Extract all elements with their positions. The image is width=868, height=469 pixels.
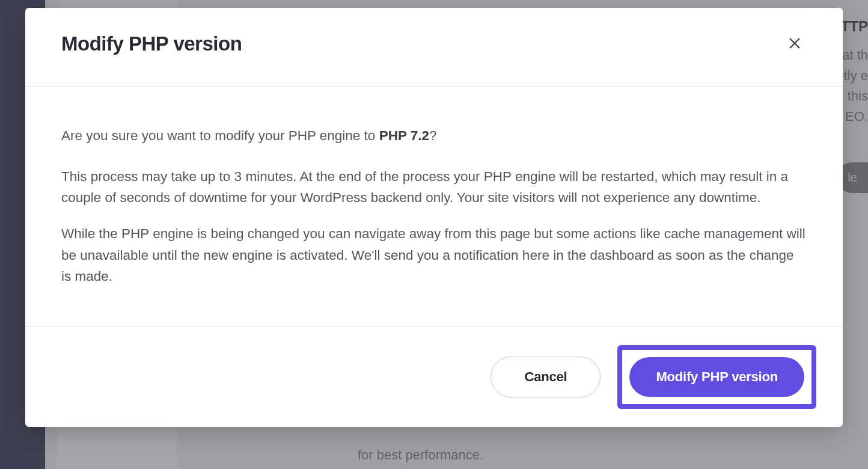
cancel-button[interactable]: Cancel [491, 357, 601, 397]
modal-paragraph-1: This process may take up to 3 minutes. A… [61, 166, 807, 209]
close-icon [788, 37, 801, 52]
confirm-question: Are you sure you want to modify your PHP… [61, 126, 807, 147]
modal-footer: Cancel Modify PHP version [25, 327, 843, 427]
modal-overlay: Modify PHP version Are you sure you want… [0, 0, 868, 469]
confirm-button-highlight: Modify PHP version [617, 345, 816, 409]
modal-title: Modify PHP version [61, 32, 242, 55]
modify-php-version-button[interactable]: Modify PHP version [629, 357, 804, 397]
close-button[interactable] [783, 32, 807, 56]
php-version: PHP 7.2 [379, 128, 429, 143]
modal-paragraph-2: While the PHP engine is being changed yo… [61, 223, 807, 287]
modal-body: Are you sure you want to modify your PHP… [25, 87, 843, 327]
modal-header: Modify PHP version [25, 8, 843, 87]
modify-php-modal: Modify PHP version Are you sure you want… [25, 8, 843, 427]
